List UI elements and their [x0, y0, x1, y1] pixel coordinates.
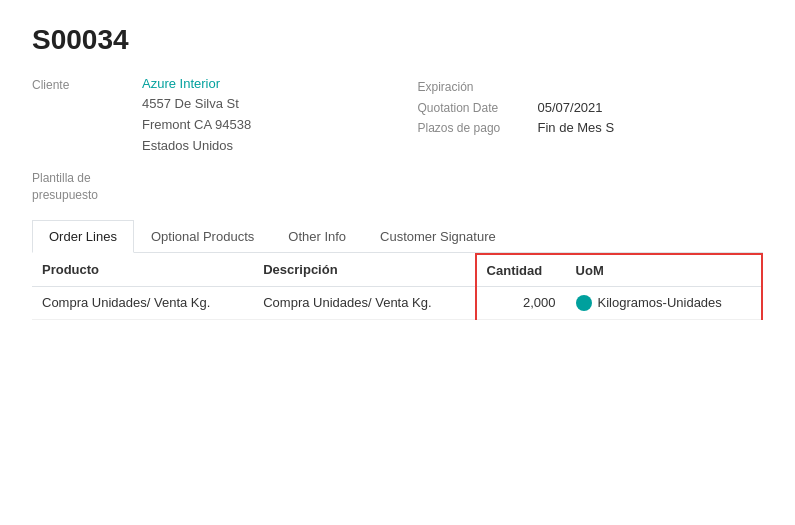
plantilla-label2: presupuesto — [32, 187, 378, 204]
uom-value: Kilogramos-Unidades — [598, 295, 722, 310]
col-producto: Producto — [32, 254, 253, 287]
expiration-label: Expiración — [418, 80, 764, 94]
tab-order-lines[interactable]: Order Lines — [32, 220, 134, 253]
uom-icon — [576, 295, 592, 311]
plantilla-row: Plantilla de presupuesto — [32, 170, 378, 204]
page-wrapper: S00034 Cliente Azure Interior 4557 De Si… — [0, 0, 795, 525]
order-table: Producto Descripción Cantidad UoM Compra… — [32, 253, 763, 320]
form-right: Expiración Quotation Date 05/07/2021 Pla… — [418, 76, 764, 204]
address-line3: Estados Unidos — [142, 136, 378, 157]
address-line1: 4557 De Silva St — [142, 94, 378, 115]
client-field-row: Cliente Azure Interior — [32, 76, 378, 92]
plazos-label: Plazos de pago — [418, 121, 538, 135]
address-block: 4557 De Silva St Fremont CA 94538 Estado… — [142, 94, 378, 156]
table-header-row: Producto Descripción Cantidad UoM — [32, 254, 762, 287]
quotation-date-value: 05/07/2021 — [538, 100, 603, 115]
quotation-date-label: Quotation Date — [418, 101, 538, 115]
plantilla-label: Plantilla de — [32, 170, 378, 187]
tab-other-info[interactable]: Other Info — [271, 220, 363, 253]
address-line2: Fremont CA 94538 — [142, 115, 378, 136]
quotation-date-row: Quotation Date 05/07/2021 — [418, 100, 764, 115]
tab-customer-signature[interactable]: Customer Signature — [363, 220, 513, 253]
col-cantidad: Cantidad — [476, 254, 566, 287]
cell-uom: Kilogramos-Unidades — [566, 286, 762, 319]
cell-descripcion: Compra Unidades/ Venta Kg. — [253, 286, 475, 319]
form-section: Cliente Azure Interior 4557 De Silva St … — [32, 76, 763, 204]
order-title: S00034 — [32, 24, 763, 56]
col-descripcion: Descripción — [253, 254, 475, 287]
tabs-bar: Order Lines Optional Products Other Info… — [32, 220, 763, 253]
cell-producto: Compra Unidades/ Venta Kg. — [32, 286, 253, 319]
table-row: Compra Unidades/ Venta Kg. Compra Unidad… — [32, 286, 762, 319]
client-name[interactable]: Azure Interior — [142, 76, 220, 91]
plazos-row: Plazos de pago Fin de Mes S — [418, 120, 764, 135]
plazos-value: Fin de Mes S — [538, 120, 615, 135]
cell-cantidad: 2,000 — [476, 286, 566, 319]
client-label: Cliente — [32, 76, 142, 92]
col-uom: UoM — [566, 254, 762, 287]
tab-optional-products[interactable]: Optional Products — [134, 220, 271, 253]
form-left: Cliente Azure Interior 4557 De Silva St … — [32, 76, 378, 204]
